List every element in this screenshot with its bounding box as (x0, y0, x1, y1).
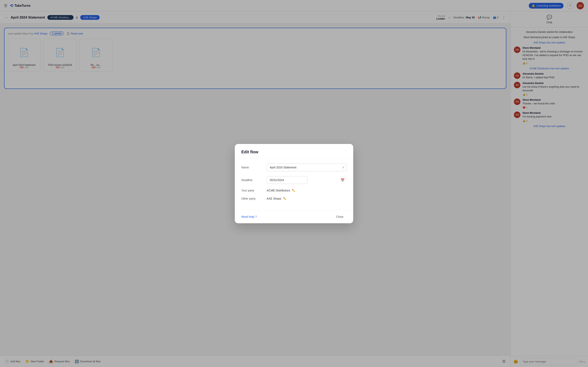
name-field-group: Name ✕ (241, 164, 347, 171)
your-party-group: Your party ACME Distributors ✏️ (241, 189, 347, 192)
name-input[interactable] (267, 164, 347, 171)
edit-other-party-icon[interactable]: ✏️ (283, 197, 286, 200)
deadline-field-label: Deadline (241, 178, 262, 182)
clear-name-button[interactable]: ✕ (342, 165, 345, 169)
edit-your-party-icon[interactable]: ✏️ (292, 189, 295, 192)
other-party-group: Other party AXE Shops ✏️ (241, 197, 347, 200)
deadline-field-group: Deadline 📅 (241, 176, 347, 184)
modal-header: Edit flow (235, 144, 353, 159)
modal-overlay: Edit flow Name ✕ Deadline 📅 Your party (0, 0, 588, 367)
date-wrapper: 📅 (267, 176, 347, 184)
help-link[interactable]: Need help ? (241, 215, 257, 218)
deadline-input[interactable] (267, 176, 307, 184)
close-modal-button[interactable]: Close (333, 213, 347, 220)
calendar-button[interactable]: 📅 (341, 178, 345, 182)
other-party-label: Other party (241, 197, 262, 200)
your-party-value: ACME Distributors ✏️ (267, 189, 295, 192)
your-party-label: Your party (241, 189, 262, 192)
modal-footer: Need help ? Close (235, 210, 353, 223)
name-input-wrapper: ✕ (267, 164, 347, 171)
name-label: Name (241, 166, 262, 169)
modal-body: Name ✕ Deadline 📅 Your party ACME Distri… (235, 159, 353, 210)
other-party-value: AXE Shops ✏️ (267, 197, 286, 200)
edit-flow-modal: Edit flow Name ✕ Deadline 📅 Your party (235, 144, 353, 223)
modal-title: Edit flow (241, 150, 258, 154)
